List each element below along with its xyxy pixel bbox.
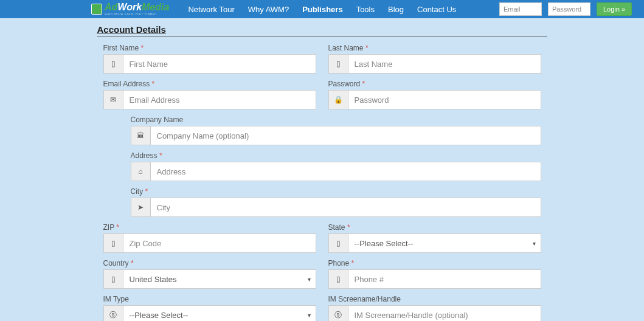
skype-icon: ⓢ [104,306,123,321]
first-name-label: First Name [103,44,139,52]
logo-ad: Ad [105,2,117,12]
first-name-input[interactable] [123,55,316,73]
im-type-select[interactable]: --Please Select-- [123,306,316,321]
state-select[interactable]: --Please Select-- [348,234,541,252]
required-mark: * [141,44,144,52]
phone-input[interactable] [348,270,541,288]
required-mark: * [347,223,350,232]
mobile-icon: ▯ [329,55,348,73]
required-mark: * [159,151,162,160]
location-icon: ➤ [131,198,151,216]
required-mark: * [362,80,365,88]
mobile-icon: ▯ [329,234,348,252]
top-navbar: AdWorkMedia Earn More From Your Traffic!… [0,0,644,18]
login-email-input[interactable] [499,2,542,16]
mobile-icon: ▯ [104,234,123,252]
country-label: Country [103,259,129,268]
building-icon: 🏛 [131,126,151,145]
company-input[interactable] [151,126,541,145]
last-name-input[interactable] [348,55,541,73]
nav-tools[interactable]: Tools [353,5,378,14]
logo-icon [91,4,102,15]
email-label: Email Address [103,80,150,88]
nav-contact[interactable]: Contact Us [414,5,460,14]
mobile-icon: ▯ [104,270,123,288]
state-label: State [328,223,345,232]
logo-media: Media [142,2,169,12]
nav-why-awm[interactable]: Why AWM? [244,5,293,14]
im-handle-input[interactable] [348,306,541,321]
required-mark: * [145,187,148,196]
country-select[interactable]: United States [123,270,316,288]
city-input[interactable] [151,198,541,216]
login-password-input[interactable] [548,2,590,16]
company-label: Company Name [131,116,541,124]
password-label: Password [328,80,361,88]
last-name-label: Last Name [328,44,364,52]
nav-publishers[interactable]: Publishers [299,5,346,14]
city-label: City [131,187,144,196]
email-input[interactable] [123,91,316,109]
nav-network-tour[interactable]: Network Tour [184,5,238,14]
logo[interactable]: AdWorkMedia Earn More From Your Traffic! [91,2,169,16]
mobile-icon: ▯ [329,270,348,288]
address-label: Address [131,151,158,160]
im-type-label: IM Type [103,295,316,303]
zip-label: ZIP [103,223,114,232]
logo-tagline: Earn More From Your Traffic! [105,12,169,16]
home-icon: ⌂ [131,162,151,181]
password-input[interactable] [348,91,541,109]
mobile-icon: ▯ [104,55,123,73]
skype-icon: ⓢ [329,306,348,321]
envelope-icon: ✉ [104,91,123,109]
required-mark: * [152,80,155,88]
login-button[interactable]: Login » [597,2,632,16]
nav-blog[interactable]: Blog [384,5,407,14]
logo-work: Work [117,2,142,12]
lock-icon: 🔒 [329,91,348,109]
section-account-details: Account Details [97,24,547,36]
required-mark: * [365,44,369,52]
im-handle-label: IM Screename/Handle [328,295,541,303]
required-mark: * [351,259,355,268]
address-input[interactable] [151,162,541,181]
required-mark: * [116,223,119,232]
required-mark: * [131,259,134,268]
phone-label: Phone [328,259,350,268]
zip-input[interactable] [123,234,316,252]
